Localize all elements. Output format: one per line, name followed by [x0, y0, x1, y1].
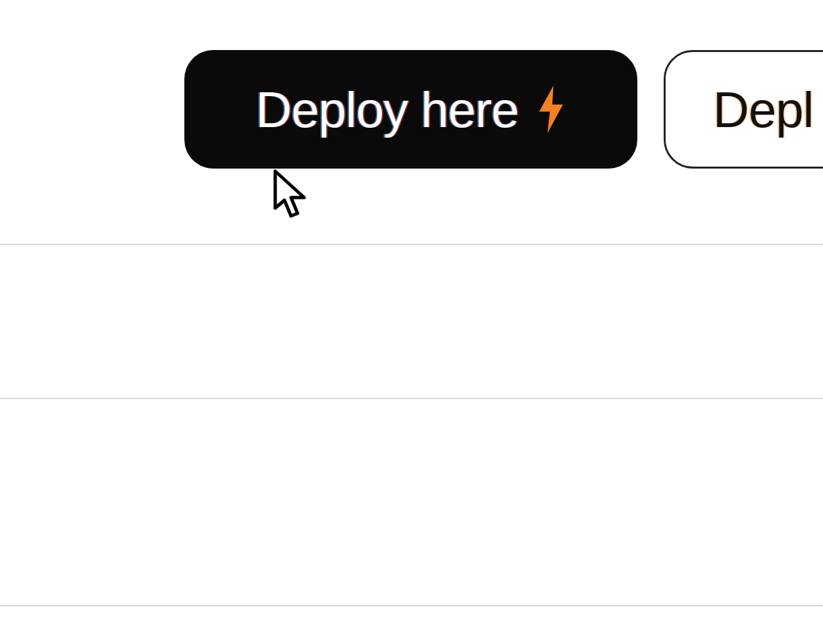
list-row	[0, 398, 823, 605]
cursor-icon	[271, 169, 311, 221]
list-row	[0, 244, 823, 398]
deploy-secondary-label: Depl	[713, 81, 813, 138]
list-rows	[0, 244, 823, 644]
lightning-icon	[537, 86, 566, 133]
button-row: Deploy here Depl	[184, 50, 823, 169]
deploy-here-button[interactable]: Deploy here	[184, 50, 637, 169]
list-row	[0, 605, 823, 644]
deploy-secondary-button[interactable]: Depl	[664, 50, 823, 169]
deploy-here-label: Deploy here	[256, 81, 519, 138]
